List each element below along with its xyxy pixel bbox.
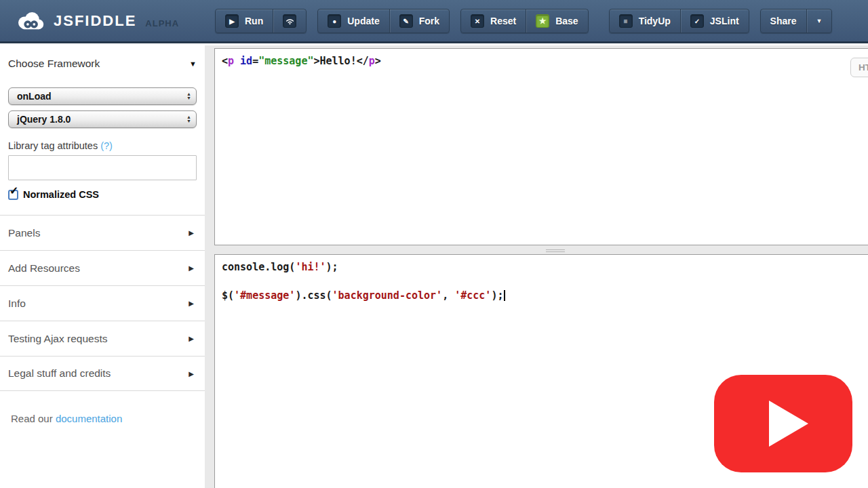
library-tag-attributes-input[interactable] [8,155,197,180]
base-label: Base [555,16,578,26]
framework-select[interactable]: jQuery 1.8.0 ▲▼ [8,110,197,128]
top-navbar: JSFIDDLE ALPHA ▶ Run ● Upda [0,0,868,43]
run-button-group: ▶ Run [215,9,307,33]
checkmark-icon: ✓ [9,184,18,197]
toolbar: ▶ Run ● Update ✎ Fork [215,9,832,33]
tidyup-label: TidyUp [639,16,671,26]
run-button[interactable]: ▶ Run [216,9,273,33]
normalized-css-checkbox[interactable]: ✓ [8,190,18,200]
sidebar: Choose Framework ▼ onLoad ▲▼ jQuery 1.8.… [0,45,205,488]
sidebar-item-testing-ajax[interactable]: Testing Ajax requests ▶ [0,321,205,356]
fork-button[interactable]: ✎ Fork [389,9,449,33]
normalized-css-label: Normalized CSS [23,189,99,200]
update-fork-group: ● Update ✎ Fork [317,9,450,33]
onload-select[interactable]: onLoad ▲▼ [8,87,197,105]
panel-resize-handle[interactable] [546,249,565,252]
chevron-right-icon: ▶ [189,300,194,307]
sidebar-item-add-resources[interactable]: Add Resources ▶ [0,250,205,285]
sidebar-sections: Panels ▶ Add Resources ▶ Info ▶ Testing … [0,215,205,391]
list-lines-icon: ≡ [619,14,633,28]
html-code[interactable]: <p id="message">Hello!</p> [215,49,868,74]
share-group: Share ▼ [760,9,833,33]
chevron-right-icon: ▶ [189,370,194,378]
wifi-icon [283,14,296,28]
dot-icon: ● [328,14,341,28]
onload-select-value: onLoad [17,91,52,102]
tidy-lint-group: ≡ TidyUp ✓ JSLint [609,9,749,33]
tidyup-button[interactable]: ≡ TidyUp [610,9,680,33]
play-triangle-icon [769,401,808,447]
youtube-play-button[interactable] [714,375,852,472]
framework-select-value: jQuery 1.8.0 [17,114,71,125]
pencil-icon: ✎ [399,14,413,28]
reset-label: Reset [490,16,516,26]
base-button[interactable]: ★ Base [526,9,587,33]
select-arrows-icon: ▲▼ [186,92,191,100]
sidebar-item-legal[interactable]: Legal stuff and credits ▶ [0,356,205,391]
fork-label: Fork [419,16,439,26]
update-label: Update [347,16,379,26]
cloud-infinity-icon [12,9,47,33]
logo-title: JSFIDDLE [54,12,136,30]
sidebar-item-info[interactable]: Info ▶ [0,285,205,321]
sidebar-item-panels[interactable]: Panels ▶ [0,215,205,250]
play-icon: ▶ [225,14,239,28]
share-dropdown-button[interactable]: ▼ [806,9,832,33]
sidebar-footer: Read our documentation [0,413,205,424]
update-button[interactable]: ● Update [318,9,389,33]
jslint-button[interactable]: ✓ JSLint [680,9,749,33]
jslint-label: JSLint [710,16,739,26]
x-icon: ✕ [471,14,484,28]
share-label: Share [770,16,797,26]
run-remote-button[interactable] [273,9,306,33]
help-link[interactable]: (?) [100,140,113,151]
documentation-link[interactable]: documentation [56,413,122,424]
chevron-right-icon: ▶ [189,264,194,272]
chevron-right-icon: ▶ [189,335,194,342]
select-arrows-icon: ▲▼ [186,115,191,123]
chevron-right-icon: ▶ [189,229,194,237]
alpha-badge: ALPHA [145,18,179,28]
chevron-down-icon: ▼ [189,60,197,68]
reset-button[interactable]: ✕ Reset [461,9,526,33]
choose-framework-label: Choose Framework [8,58,100,70]
share-button[interactable]: Share [761,9,806,33]
choose-framework-header[interactable]: Choose Framework ▼ [8,58,197,70]
html-editor-panel[interactable]: <p id="message">Hello!</p> HTML [214,48,868,245]
html-panel-badge: HTML [850,58,868,77]
library-tag-attributes-label: Library tag attributes (?) [8,140,197,151]
js-code[interactable]: console.log('hi!');$('#message').css('ba… [215,255,868,308]
jsfiddle-logo[interactable]: JSFIDDLE ALPHA [12,9,179,33]
check-icon: ✓ [690,14,704,28]
run-label: Run [245,16,263,26]
star-icon: ★ [536,14,549,28]
footer-text: Read our [11,413,53,424]
chevron-down-icon: ▼ [816,18,823,24]
reset-base-group: ✕ Reset ★ Base [460,9,589,33]
normalized-css-row: ✓ Normalized CSS [8,189,197,200]
text-cursor [504,290,505,301]
